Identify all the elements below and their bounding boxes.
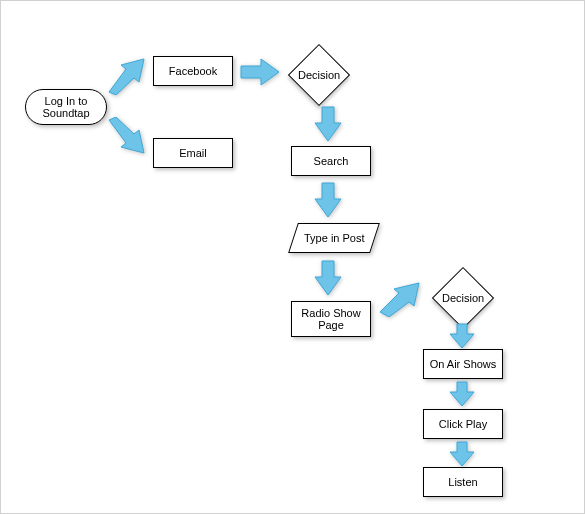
email-label: Email: [179, 147, 207, 159]
on-air-shows-label: On Air Shows: [430, 358, 497, 370]
facebook-label: Facebook: [169, 65, 217, 77]
click-play-label: Click Play: [439, 418, 487, 430]
radio-show-page-node: Radio Show Page: [291, 301, 371, 337]
email-node: Email: [153, 138, 233, 168]
decision1-label: Decision: [298, 69, 340, 81]
arrow-radioshow-to-decision2: [377, 279, 425, 317]
facebook-node: Facebook: [153, 56, 233, 86]
decision1-node: Decision: [288, 44, 350, 106]
radio-show-page-label: Radio Show Page: [292, 307, 370, 331]
search-node: Search: [291, 146, 371, 176]
on-air-shows-node: On Air Shows: [423, 349, 503, 379]
login-node: Log In to Soundtap: [25, 89, 107, 125]
listen-node: Listen: [423, 467, 503, 497]
login-label: Log In to Soundtap: [36, 95, 96, 119]
decision2-node: Decision: [432, 267, 494, 329]
arrow-facebook-to-decision1: [239, 57, 281, 87]
arrow-login-to-facebook: [106, 55, 152, 95]
arrow-clickplay-to-listen: [449, 441, 475, 467]
arrow-decision1-to-search: [313, 105, 343, 143]
type-in-post-label: Type in Post: [304, 232, 365, 244]
arrow-search-to-typeinpost: [313, 181, 343, 219]
click-play-node: Click Play: [423, 409, 503, 439]
decision2-label: Decision: [442, 292, 484, 304]
listen-label: Listen: [448, 476, 477, 488]
search-label: Search: [314, 155, 349, 167]
arrow-decision2-to-onair: [449, 323, 475, 349]
arrow-typeinpost-to-radioshow: [313, 259, 343, 297]
arrow-login-to-email: [106, 117, 152, 157]
type-in-post-node: Type in Post: [288, 223, 380, 253]
arrow-onair-to-clickplay: [449, 381, 475, 407]
